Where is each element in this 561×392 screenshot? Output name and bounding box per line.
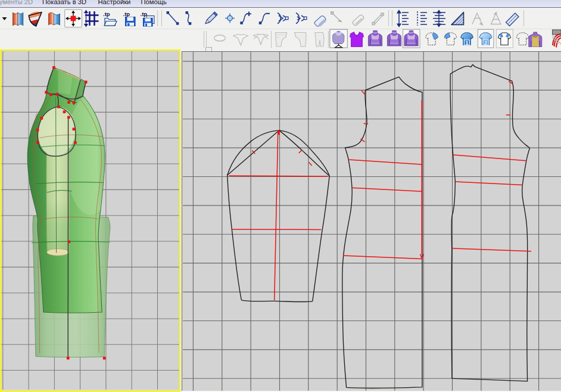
svg-text:1: 1 (465, 40, 468, 46)
svg-text:.tp: .tp (103, 11, 110, 17)
svg-text:2: 2 (484, 40, 487, 46)
svg-text:.tp: .tp (123, 11, 130, 17)
